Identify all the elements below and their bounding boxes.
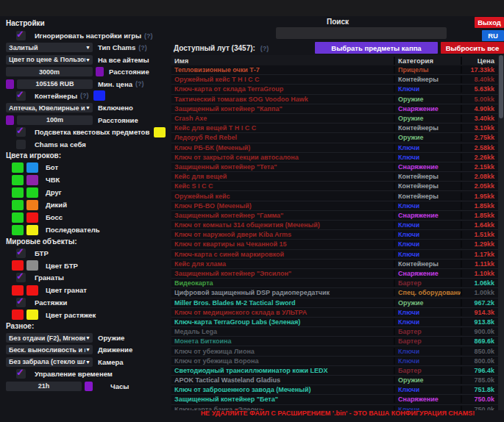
hours-input[interactable]: 21h: [6, 382, 82, 391]
table-row[interactable]: Защищенный контейнер "Бета"Снаряжение750…: [171, 395, 498, 404]
table-row[interactable]: Ключ от закрытой секции автосалонаКлючи2…: [171, 153, 498, 162]
player-color-swatch-secondary[interactable]: [26, 212, 38, 223]
player-color-swatch-primary[interactable]: [12, 175, 24, 185]
exit-button[interactable]: Выход: [475, 17, 504, 28]
table-row[interactable]: Ключ от квартиры на Чеканной 15Ключи1.29…: [171, 240, 498, 249]
misc-dropdowns: Без отдачи (F2), Мгновенное п▼ОружиеБеск…: [6, 333, 172, 367]
item-price-cell: 5.63kk: [461, 85, 498, 93]
table-row[interactable]: Ключ от комнаты 314 общежития (Меченый)К…: [171, 221, 498, 230]
player-color-swatch-secondary[interactable]: [26, 187, 38, 198]
chams-type-dropdown[interactable]: Залитый ▼: [6, 43, 93, 52]
scrollbar-thumb[interactable]: [499, 55, 503, 118]
chams-self-label: Chams на себя: [35, 140, 86, 149]
min-price-color-swatch[interactable]: [6, 79, 14, 89]
containers-checkbox[interactable]: ✓: [16, 91, 26, 101]
world-color-swatch-secondary[interactable]: [26, 310, 38, 320]
quest-items-checkbox[interactable]: ✓: [16, 127, 26, 137]
distance-color-swatch[interactable]: [96, 67, 104, 76]
table-scrollbar[interactable]: [498, 55, 504, 410]
player-color-swatch-primary[interactable]: [12, 200, 24, 210]
table-row[interactable]: Crash AxeОружие3.40kk: [171, 114, 498, 124]
min-price-input[interactable]: 105156 RUB: [17, 79, 93, 89]
world-color-swatch-primary[interactable]: [12, 285, 24, 296]
table-row[interactable]: Ключ РБ-БК (Меченый)Ключи2.58kk: [171, 143, 498, 153]
world-object-checkbox[interactable]: ✓: [16, 273, 26, 282]
table-row[interactable]: Ключ от медицинского склада в УЛЬТРАКлюч…: [171, 308, 498, 318]
ignore-game-settings-label: Игнорировать настройки игры: [35, 32, 141, 40]
item-name-cell: Цифровой защищенный DSP радиопередатчик: [171, 289, 394, 296]
table-row[interactable]: Ключ от заброшенного завода (Меченый)Клю…: [171, 385, 498, 395]
item-category-cell: Бартер: [394, 279, 461, 287]
table-row[interactable]: Кейс для хламаКонтейнеры1.11kk: [171, 260, 498, 269]
world-color-swatch-secondary[interactable]: [26, 260, 38, 271]
player-type-label: Босс: [46, 213, 63, 221]
table-row[interactable]: APOK Tactical Wasteland GladiusОружие785…: [171, 376, 498, 385]
table-row[interactable]: Тактический томагавк SOG Voodoo HawkОруж…: [171, 95, 498, 104]
table-row[interactable]: Цифровой защищенный DSP радиопередатчикС…: [171, 288, 498, 298]
table-row[interactable]: Ключ-карта TerraGroup Labs (Зеленая)Ключ…: [171, 318, 498, 327]
table-row[interactable]: Кейс для вещей T H I C CКонтейнеры3.10kk: [171, 124, 498, 133]
table-row[interactable]: ВидеокартаБартер1.06kk: [171, 279, 498, 288]
column-header-name[interactable]: Имя: [171, 57, 394, 65]
search-input[interactable]: [276, 27, 447, 39]
all-items-dropdown[interactable]: Цвет по цене & Пользователь ▼: [6, 55, 93, 65]
table-row[interactable]: Защищенный контейнер "Эпсилон"Снаряжение…: [171, 269, 498, 279]
table-row[interactable]: Оружейный кейс T H I C CКонтейнеры8.40kk: [171, 75, 498, 85]
table-row[interactable]: Ключ от убежища ЛионаКлючи850.0k: [171, 346, 498, 356]
player-color-swatch-secondary[interactable]: [26, 200, 38, 210]
table-row[interactable]: Ключ-карта с синей маркировкойКлючи1.17k…: [171, 250, 498, 260]
help-icon: (?): [260, 45, 269, 52]
player-color-swatch-primary[interactable]: [12, 225, 24, 235]
misc-dropdown[interactable]: Без забрала (стекло шлема)▼: [6, 357, 93, 367]
column-header-category[interactable]: Категория: [394, 57, 461, 65]
player-color-swatch-secondary[interactable]: [26, 175, 38, 185]
distance-input[interactable]: 3000m: [6, 67, 93, 76]
table-row[interactable]: Ледоруб Red RebelОружие2.75kk: [171, 133, 498, 143]
containers-distance-color-swatch[interactable]: [6, 115, 14, 125]
table-row[interactable]: Тепловизионные очки Т-7Прицелы17.33kk: [171, 65, 498, 75]
containers-filter-dropdown[interactable]: Аптечка, Ювелирные и... ▼: [6, 103, 93, 112]
table-row[interactable]: Защищенный контейнер "Каппа"Снаряжение4.…: [171, 104, 498, 114]
table-row[interactable]: Оружейный кейсКонтейнеры1.95kk: [171, 191, 498, 201]
table-row[interactable]: Кейс для вещейКонтейнеры2.08kk: [171, 172, 498, 182]
table-row[interactable]: Монета БиткоинаБартер869.6k: [171, 337, 498, 346]
player-color-swatch-primary[interactable]: [12, 212, 24, 223]
ignore-game-settings-checkbox[interactable]: ✓: [16, 31, 26, 40]
misc-dropdown[interactable]: Беск. выносливость и нет уста▼: [6, 345, 93, 354]
player-color-swatch-secondary[interactable]: [26, 225, 38, 235]
world-object-checkbox[interactable]: ✓: [16, 298, 26, 307]
min-price-value: 105156 RUB: [35, 80, 74, 87]
containers-distance-input[interactable]: 100m: [17, 115, 93, 125]
hours-color-swatch[interactable]: [85, 382, 93, 391]
discard-all-button[interactable]: Выбросить все: [441, 42, 504, 54]
table-row[interactable]: Кейс S I C CКонтейнеры2.05kk: [171, 182, 498, 191]
item-category-cell: Снаряжение: [394, 105, 461, 112]
quest-items-color-swatch[interactable]: [154, 127, 166, 137]
player-color-swatch-primary[interactable]: [12, 187, 24, 198]
time-control-checkbox[interactable]: ✓: [16, 369, 26, 379]
column-header-price[interactable]: Цена: [461, 57, 498, 65]
table-row[interactable]: Светодиодный трансиллюминатор кожи LEDXБ…: [171, 366, 498, 376]
table-row[interactable]: Ключ от наружной двери Kiba ArmsКлючи1.5…: [171, 230, 498, 240]
world-color-swatch-primary[interactable]: [12, 260, 24, 271]
language-button[interactable]: RU: [482, 30, 504, 41]
chams-self-checkbox[interactable]: [16, 140, 26, 149]
table-row[interactable]: Miller Bros. Blades M-2 Tactical SwordОр…: [171, 298, 498, 308]
world-color-swatch-secondary[interactable]: [26, 285, 38, 296]
table-row[interactable]: Медаль LegaБартер900.0k: [171, 327, 498, 337]
table-row[interactable]: Защищенный контейнер "Гамма"Снаряжение1.…: [171, 211, 498, 221]
item-category-cell: Бартер: [394, 337, 461, 345]
world-color-swatch-primary[interactable]: [12, 310, 24, 320]
player-color-swatch-secondary[interactable]: [26, 162, 38, 173]
table-row[interactable]: Защищенный контейнер "Тета"Снаряжение2.1…: [171, 162, 498, 172]
player-color-swatch-primary[interactable]: [12, 162, 24, 173]
table-row[interactable]: Ключ-карта от склада TerraGroupКлючи5.63…: [171, 85, 498, 94]
item-name-cell: Ключ от наружной двери Kiba Arms: [171, 231, 394, 238]
select-kappa-items-button[interactable]: Выбрать предметы каппа: [315, 42, 438, 54]
misc-dropdown[interactable]: Без отдачи (F2), Мгновенное п▼: [6, 333, 93, 343]
containers-color-swatch[interactable]: [93, 90, 105, 101]
table-row[interactable]: Ключ РБ-ВО (Меченый)Ключи1.85kk: [171, 201, 498, 211]
world-object-checkbox[interactable]: ✓: [16, 248, 26, 258]
item-name-cell: Ключ от медицинского склада в УЛЬТРА: [171, 309, 394, 316]
table-row[interactable]: Ключ от убежища ВоронаКлючи800.0k: [171, 357, 498, 366]
